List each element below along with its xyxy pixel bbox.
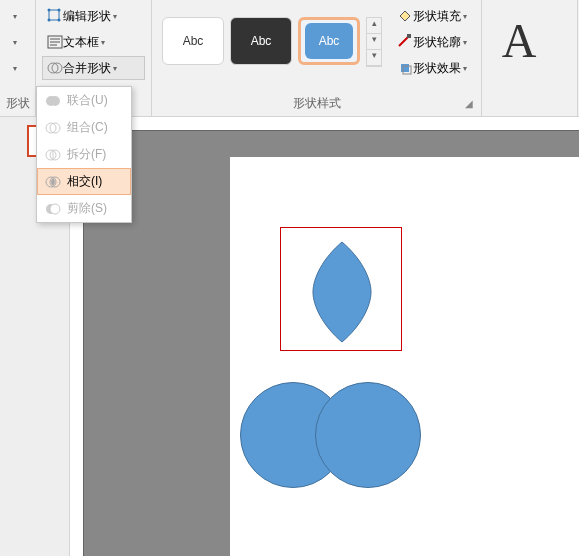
dd-combine[interactable]: 组合(C) (37, 114, 131, 141)
gallery-spinner: ▴ ▾ ▾ (366, 17, 382, 67)
shape-fill-label: 形状填充 (413, 8, 461, 25)
svg-rect-0 (49, 10, 59, 20)
chevron-down-icon: ▾ (113, 12, 117, 21)
dd-fragment[interactable]: 拆分(F) (37, 141, 131, 168)
shape-row-1[interactable]: ▾ (6, 4, 29, 28)
gallery-more[interactable]: ▾ (367, 50, 381, 66)
intersect-icon (45, 174, 61, 190)
svg-point-2 (58, 9, 61, 12)
edit-area (70, 117, 579, 556)
style-gallery: Abc Abc Abc ▴ ▾ ▾ (158, 13, 386, 71)
chevron-down-icon: ▾ (463, 64, 467, 73)
svg-rect-12 (401, 64, 409, 72)
gallery-down[interactable]: ▾ (367, 34, 381, 50)
shape-effects-label: 形状效果 (413, 60, 461, 77)
union-icon (45, 93, 61, 109)
chevron-down-icon: ▾ (101, 38, 105, 47)
merge-shapes-dropdown: 联合(U) 组合(C) 拆分(F) 相交(I) 剪除(S) (36, 86, 132, 223)
shape-outline-button[interactable]: 形状轮廓 ▾ (392, 30, 472, 54)
ruler-horizontal[interactable] (84, 117, 579, 131)
chevron-down-icon: ▾ (463, 38, 467, 47)
dd-intersect[interactable]: 相交(I) (37, 168, 131, 195)
effects-icon (397, 60, 413, 76)
svg-point-3 (48, 19, 51, 22)
chevron-down-icon: ▾ (463, 12, 467, 21)
shape-outline-label: 形状轮廓 (413, 34, 461, 51)
style-3[interactable]: Abc (298, 17, 360, 65)
svg-point-23 (50, 204, 60, 214)
style-2[interactable]: Abc (230, 17, 292, 65)
merge-shapes-label: 合并形状 (63, 60, 111, 77)
dd-union[interactable]: 联合(U) (37, 87, 131, 114)
text-box-icon (47, 34, 63, 50)
group-wordart-partial: A (482, 0, 578, 116)
svg-point-15 (50, 96, 60, 106)
merge-shapes-button[interactable]: 合并形状 ▾ (42, 56, 145, 80)
style-1[interactable]: Abc (162, 17, 224, 65)
gallery-up[interactable]: ▴ (367, 18, 381, 34)
shape-effects-button[interactable]: 形状效果 ▾ (392, 56, 472, 80)
selection-box[interactable] (280, 227, 402, 351)
svg-point-1 (48, 9, 51, 12)
dialog-launcher-styles[interactable]: ◢ (465, 98, 477, 110)
fragment-icon (45, 147, 61, 163)
shape-fill-button[interactable]: 形状填充 ▾ (392, 4, 472, 28)
outline-icon (397, 34, 413, 50)
dd-subtract[interactable]: 剪除(S) (37, 195, 131, 222)
combine-icon (45, 120, 61, 136)
group-label-shapes: 形状 (0, 95, 35, 112)
fill-icon (397, 8, 413, 24)
group-label-styles: 形状样式 (152, 95, 481, 112)
wordart-A[interactable]: A (488, 4, 550, 76)
circle-right[interactable] (315, 382, 421, 488)
merge-shapes-icon (47, 60, 63, 76)
group-shape-styles: Abc Abc Abc ▴ ▾ ▾ 形状填充 ▾ 形状轮廓 ▾ (152, 0, 482, 116)
slide-canvas[interactable] (230, 157, 579, 556)
group-insert-shapes-partial: ▾ ▾ ▾ 形状 (0, 0, 36, 116)
edit-shape-icon (47, 8, 63, 24)
subtract-icon (45, 201, 61, 217)
edit-shape-label: 编辑形状 (63, 8, 111, 25)
text-box-button[interactable]: 文本框 ▾ (42, 30, 145, 54)
intersect-shape[interactable] (281, 228, 403, 352)
shape-row-3[interactable]: ▾ (6, 56, 29, 80)
chevron-down-icon: ▾ (113, 64, 117, 73)
text-box-label: 文本框 (63, 34, 99, 51)
shape-row-2[interactable]: ▾ (6, 30, 29, 54)
svg-rect-11 (407, 34, 411, 38)
edit-shape-button[interactable]: 编辑形状 ▾ (42, 4, 145, 28)
svg-point-4 (58, 19, 61, 22)
